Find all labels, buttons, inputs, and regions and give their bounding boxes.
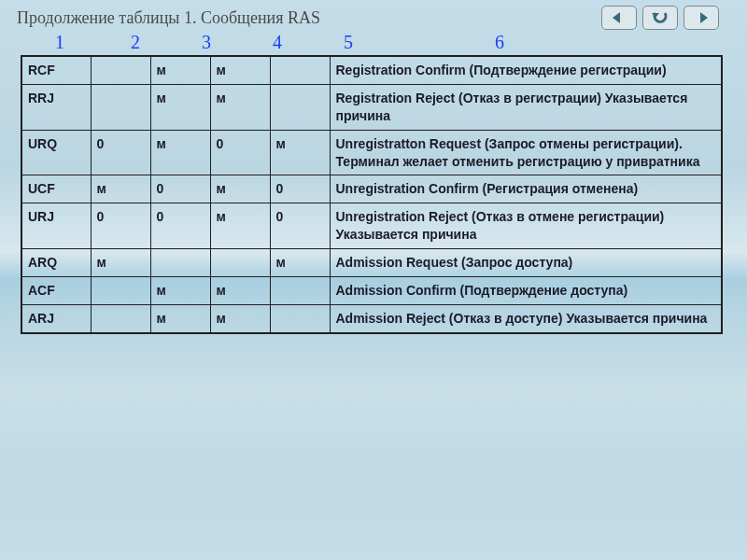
description-cell: Registration Confirm (Подтверждение реги… xyxy=(330,56,722,84)
value-cell: м xyxy=(150,56,210,84)
value-cell: 0 xyxy=(91,130,150,175)
col-header: 6 xyxy=(471,32,529,53)
value-cell: 0 xyxy=(270,203,330,249)
col-header: 2 xyxy=(106,32,164,53)
description-cell: Registration Reject (Отказ в регистрации… xyxy=(330,84,722,130)
value-cell xyxy=(91,56,150,84)
value-cell: м xyxy=(150,277,210,305)
value-cell: м xyxy=(150,130,210,175)
value-cell: м xyxy=(210,84,270,130)
code-cell: ACF xyxy=(21,277,91,305)
description-cell: Unregistration Confirm (Регистрация отме… xyxy=(330,175,722,203)
value-cell: м xyxy=(270,249,330,277)
svg-marker-0 xyxy=(613,12,620,23)
value-cell xyxy=(270,56,330,84)
value-cell: м xyxy=(91,249,150,277)
value-cell xyxy=(270,277,330,305)
value-cell: м xyxy=(270,130,330,175)
code-cell: RRJ xyxy=(21,84,91,130)
value-cell xyxy=(91,84,150,130)
value-cell xyxy=(270,304,330,332)
value-cell xyxy=(270,84,330,130)
value-cell xyxy=(91,304,150,332)
table-row: ARJммAdmission Reject (Отказ в доступе) … xyxy=(21,304,722,332)
value-cell: м xyxy=(91,175,150,203)
value-cell: м xyxy=(210,277,270,305)
value-cell: м xyxy=(150,304,210,332)
value-cell: м xyxy=(210,304,270,332)
svg-marker-2 xyxy=(700,12,708,23)
description-cell: Admission Reject (Отказ в доступе) Указы… xyxy=(330,304,722,332)
table-row: URJ00м0Unregistration Reject (Отказ в от… xyxy=(21,203,722,249)
value-cell: м xyxy=(210,56,270,84)
messages-table: RCFммRegistration Confirm (Подтверждение… xyxy=(21,55,723,334)
description-cell: Admission Confirm (Подтверждение доступа… xyxy=(330,277,722,305)
col-header: 5 xyxy=(319,32,377,53)
code-cell: ARJ xyxy=(21,304,91,332)
value-cell: 0 xyxy=(210,130,270,175)
svg-marker-1 xyxy=(652,13,659,18)
description-cell: Unregistratton Request (Запрос отмены ре… xyxy=(330,130,722,175)
value-cell: м xyxy=(210,203,270,249)
table-row: ACFммAdmission Confirm (Подтверждение до… xyxy=(21,277,722,305)
col-header: 1 xyxy=(34,32,86,53)
column-headers: 1 2 3 4 5 6 xyxy=(0,32,747,55)
nav-back-button[interactable] xyxy=(601,6,637,30)
value-cell: м xyxy=(150,84,210,130)
description-cell: Unregistration Reject (Отказ в отмене ре… xyxy=(330,203,722,249)
description-cell: Admission Request (Запрос доступа) xyxy=(330,249,722,277)
value-cell: 0 xyxy=(150,175,210,203)
table-row: UCFм0м0Unregistration Confirm (Регистрац… xyxy=(21,175,722,203)
table-row: RCFммRegistration Confirm (Подтверждение… xyxy=(21,56,722,84)
code-cell: URQ xyxy=(21,130,91,175)
value-cell: м xyxy=(210,175,270,203)
nav-bar xyxy=(601,6,730,30)
table-row: ARQммAdmission Request (Запрос доступа) xyxy=(21,249,722,277)
page-title: Продолжение таблицы 1. Сообщения RAS xyxy=(17,8,320,28)
col-header: 3 xyxy=(177,32,235,53)
table-row: URQ0м0мUnregistratton Request (Запрос от… xyxy=(21,130,722,175)
value-cell: 0 xyxy=(91,203,150,249)
col-header: 4 xyxy=(248,32,306,53)
value-cell xyxy=(210,249,270,277)
code-cell: RCF xyxy=(21,56,91,84)
code-cell: UCF xyxy=(21,175,91,203)
value-cell: 0 xyxy=(270,175,330,203)
value-cell: 0 xyxy=(150,203,210,249)
code-cell: URJ xyxy=(21,203,91,249)
nav-forward-button[interactable] xyxy=(684,6,719,30)
value-cell xyxy=(150,249,210,277)
value-cell xyxy=(91,277,150,305)
table-row: RRJммRegistration Reject (Отказ в регист… xyxy=(21,84,722,130)
code-cell: ARQ xyxy=(21,249,91,277)
nav-undo-button[interactable] xyxy=(642,6,678,30)
